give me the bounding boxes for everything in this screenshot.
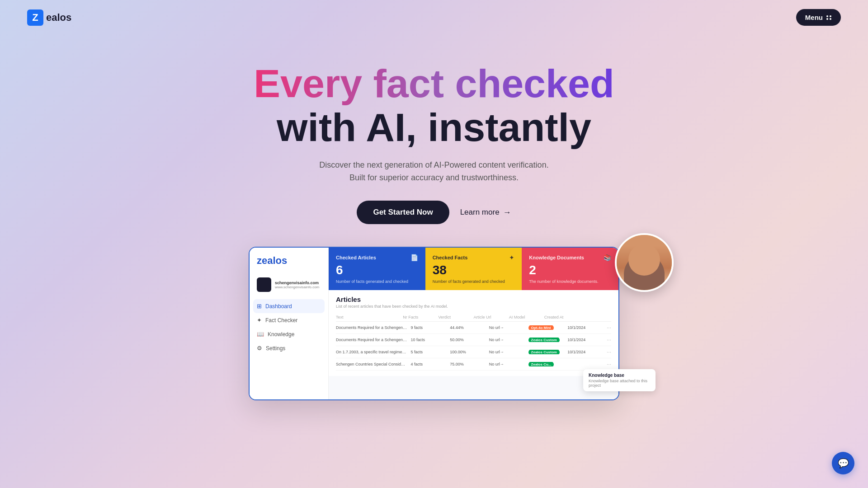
stat-desc-facts: Number of facts generated and checked <box>433 279 515 284</box>
get-started-button[interactable]: Get Started Now <box>357 201 449 224</box>
menu-button[interactable]: Menu <box>796 9 841 26</box>
logo-text: ealos <box>46 12 71 23</box>
row3-text: On 1.7.2003, a specific travel regime fo… <box>336 350 407 354</box>
row2-facts: 10 facts <box>410 338 446 342</box>
hero-subtitle: Discover the next generation of AI-Power… <box>9 159 859 185</box>
chat-icon: 💬 <box>838 458 849 469</box>
stat-desc-knowledge: The number of knowledge documents. <box>529 279 611 284</box>
dashboard-container: zealos schengenvisainfo.com www.schengen… <box>249 247 619 400</box>
row1-url: No url→ <box>489 325 525 330</box>
sidebar-item-knowledge[interactable]: 📖 Knowledge <box>250 327 328 341</box>
row2-actions[interactable]: ··· <box>607 337 611 343</box>
row1-verdict: 44.44% <box>450 325 486 330</box>
arrow-right-icon: → <box>503 208 511 217</box>
account-avatar <box>257 277 271 292</box>
stat-label-articles: Checked Articles <box>336 255 376 260</box>
col-actions <box>580 315 611 319</box>
table-area: Articles List of recent articles that ha… <box>329 290 618 376</box>
row4-model: Zealos Cu... <box>528 362 564 366</box>
account-name: schengenvisainfo.com <box>275 281 321 285</box>
stat-number-knowledge: 2 <box>529 263 611 277</box>
hero-buttons: Get Started Now Learn more → <box>9 201 859 224</box>
stat-icon-facts: ✦ <box>509 254 514 261</box>
sidebar-item-fact-checker[interactable]: ✦ Fact Checker <box>250 313 328 327</box>
stat-number-articles: 6 <box>336 263 418 277</box>
sidebar-item-settings[interactable]: ⚙ Settings <box>250 341 328 355</box>
stats-row: Checked Articles 📄 6 Number of facts gen… <box>329 248 618 290</box>
table-title: Articles <box>336 296 611 303</box>
row4-badge: Zealos Cu... <box>528 362 554 366</box>
stat-icon-articles: 📄 <box>410 254 418 261</box>
col-url: Article Url <box>474 315 505 319</box>
table-columns: Text Nr Facts Verdict Article Url AI Mod… <box>336 313 611 322</box>
row2-text: Documents Required for a Schengen Visa A… <box>336 338 407 342</box>
row4-url: No url→ <box>489 362 525 366</box>
fact-checker-icon: ✦ <box>257 317 262 324</box>
row1-created: 10/1/2024 <box>567 325 603 330</box>
stat-header-knowledge: Knowledge Documents 📚 <box>529 254 611 261</box>
dashboard-preview-section: zealos schengenvisainfo.com www.schengen… <box>0 247 868 400</box>
sidebar: zealos schengenvisainfo.com www.schengen… <box>250 248 329 399</box>
logo-z-icon: Z <box>27 9 43 26</box>
row2-badge: Zealos Custom <box>528 338 560 342</box>
row1-model: Opt-4o Mini <box>528 325 564 330</box>
hero-title-dark: with AI, instantly <box>9 106 859 150</box>
row3-url: No url→ <box>489 350 525 354</box>
row1-facts: 9 facts <box>410 325 446 330</box>
menu-label: Menu <box>805 14 823 21</box>
col-created: Created At <box>544 315 576 319</box>
row3-actions[interactable]: ··· <box>607 349 611 355</box>
dashboard-icon: ⊞ <box>257 303 262 310</box>
sidebar-label-fact-checker: Fact Checker <box>265 317 297 324</box>
table-row: Documents Required for a Schengen Visa A… <box>336 322 611 334</box>
row2-model: Zealos Custom <box>528 338 564 342</box>
account-url: www.schengenvisainfo.com <box>275 285 321 289</box>
row2-verdict: 50.00% <box>450 338 486 342</box>
stat-header-articles: Checked Articles 📄 <box>336 254 418 261</box>
col-verdict: Verdict <box>438 315 470 319</box>
col-nr-facts: Nr Facts <box>403 315 434 319</box>
row4-facts: 4 facts <box>410 362 446 366</box>
row3-verdict: 100.00% <box>450 350 486 354</box>
learn-more-button[interactable]: Learn more → <box>460 208 511 217</box>
stat-desc-articles: Number of facts generated and checked <box>336 279 418 284</box>
row2-created: 10/1/2024 <box>567 338 603 342</box>
table-subtitle: List of recent articles that have been c… <box>336 304 611 309</box>
stat-card-knowledge: Knowledge Documents 📚 2 The number of kn… <box>522 248 618 290</box>
sidebar-account: schengenvisainfo.com www.schengenvisainf… <box>250 274 328 296</box>
hero-title: Every fact checked with AI, instantly <box>9 62 859 150</box>
main-content: Checked Articles 📄 6 Number of facts gen… <box>329 248 618 399</box>
stat-header-facts: Checked Facts ✦ <box>433 254 515 261</box>
sidebar-label-settings: Settings <box>266 345 285 352</box>
sidebar-label-knowledge: Knowledge <box>268 331 294 338</box>
row4-verdict: 75.00% <box>450 362 486 366</box>
row3-created: 10/1/2024 <box>567 350 603 354</box>
table-row: Schengen Countries Special Consideration… <box>336 358 611 371</box>
knowledge-base-tooltip: Knowledge base Knowledge base attached t… <box>583 369 656 391</box>
sidebar-logo: zealos <box>250 255 328 274</box>
menu-dots-icon <box>826 15 832 20</box>
dashboard-wrapper: zealos schengenvisainfo.com www.schengen… <box>249 247 619 400</box>
stat-card-articles: Checked Articles 📄 6 Number of facts gen… <box>329 248 425 290</box>
navbar: Z ealos Menu <box>0 0 868 35</box>
kb-tooltip-desc: Knowledge base attached to this project <box>589 379 650 388</box>
knowledge-icon: 📖 <box>257 331 264 338</box>
hero-section: Every fact checked with AI, instantly Di… <box>0 35 868 242</box>
account-info: schengenvisainfo.com www.schengenvisainf… <box>275 281 321 289</box>
table-row: On 1.7.2003, a specific travel regime fo… <box>336 346 611 358</box>
row3-model: Zealos Custom <box>528 350 564 354</box>
sidebar-item-dashboard[interactable]: ⊞ Dashboard <box>253 299 325 313</box>
chat-button[interactable]: 💬 <box>832 452 854 474</box>
stat-number-facts: 38 <box>433 263 515 277</box>
row3-badge: Zealos Custom <box>528 350 560 354</box>
sidebar-label-dashboard: Dashboard <box>265 303 292 310</box>
table-row: Documents Required for a Schengen Visa A… <box>336 334 611 346</box>
row2-url: No url→ <box>489 338 525 342</box>
hero-title-gradient: Every fact checked <box>254 61 614 106</box>
stat-icon-knowledge: 📚 <box>604 254 611 261</box>
kb-tooltip-title: Knowledge base <box>589 373 650 378</box>
row1-actions[interactable]: ··· <box>607 324 611 331</box>
row4-actions[interactable]: ··· <box>607 361 611 367</box>
settings-icon: ⚙ <box>257 345 262 352</box>
logo[interactable]: Z ealos <box>27 9 71 26</box>
